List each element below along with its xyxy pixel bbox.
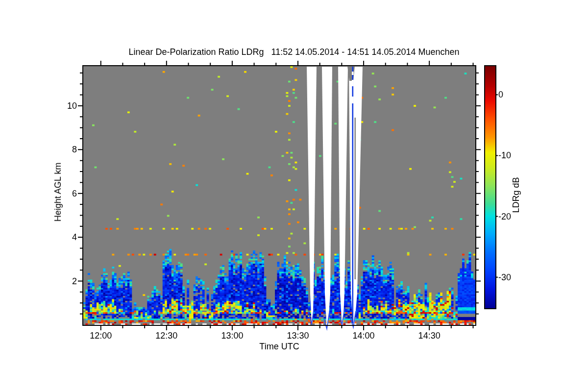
y-tick-label: 6 [49, 189, 77, 198]
y-tick-label: 10 [49, 101, 77, 111]
x-tick-label: 14:30 [418, 331, 441, 341]
y-tick-label: 8 [49, 145, 77, 154]
x-tick-label: 13:00 [221, 331, 243, 341]
colorbar-tick-label: -10 [498, 150, 511, 160]
x-axis-title: Time UTC [230, 342, 328, 351]
x-tick-label: 12:30 [155, 331, 177, 341]
y-tick-label: 4 [49, 232, 77, 242]
x-tick-label: 13:30 [287, 331, 309, 341]
x-tick-label: 12:00 [90, 331, 112, 341]
colorbar-tick-label: -30 [498, 272, 511, 282]
colorbar-title: LDRg dB [511, 177, 521, 213]
y-tick-label: 2 [49, 276, 77, 286]
chart-title: Linear De-Polarization Ratio LDRg 11:52 … [0, 47, 588, 57]
colorbar-tick-label: 0 [498, 90, 503, 99]
colorbar-tick-label: -20 [498, 212, 511, 221]
x-tick-label: 14:00 [353, 331, 375, 341]
